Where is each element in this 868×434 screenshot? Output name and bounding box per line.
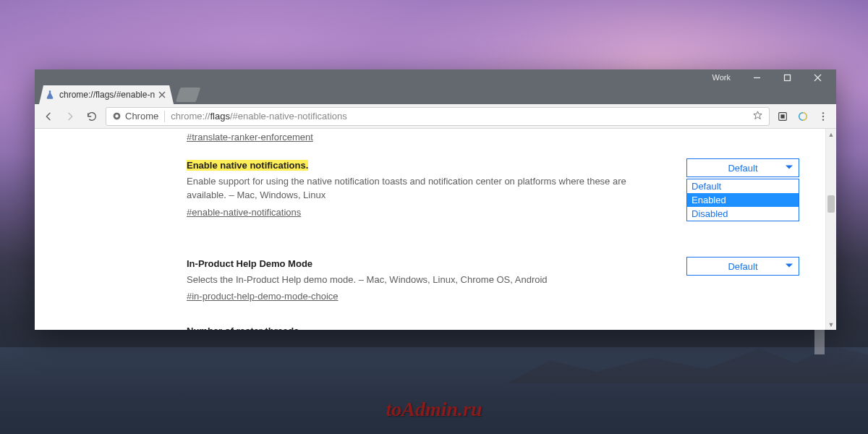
browser-toolbar: Chrome chrome://flags/#enable-native-not…	[35, 104, 836, 129]
vertical-scrollbar[interactable]: ▲ ▼	[825, 129, 836, 330]
origin-label: Chrome	[125, 111, 158, 122]
select-value: Default	[728, 261, 757, 272]
flag-dropdown-native-notifications: Default Enabled Disabled	[686, 179, 799, 221]
watermark-text: toAdmin.ru	[386, 399, 482, 420]
flag-desc-iph-demo: Selects the In-Product Help demo mode. –…	[187, 273, 666, 287]
option-enabled[interactable]: Enabled	[687, 193, 799, 207]
flag-row-raster-threads: Number of raster threads	[187, 324, 799, 331]
tab-strip: chrome://flags/#enable-n	[35, 85, 836, 104]
browser-tab[interactable]: chrome://flags/#enable-n	[39, 85, 174, 104]
browser-window: Work chrome://flags/#enable-n	[35, 69, 836, 330]
forward-button[interactable]	[62, 109, 78, 124]
window-minimize-button[interactable]	[742, 70, 771, 85]
workspace-label: Work	[712, 73, 731, 82]
address-bar[interactable]: Chrome chrome://flags/#enable-native-not…	[106, 107, 770, 126]
flag-row-translate-ranker: should be triggered in a given context. …	[187, 129, 799, 144]
tab-title: chrome://flags/#enable-n	[59, 90, 155, 100]
flask-icon	[45, 90, 55, 100]
select-value: Default	[728, 163, 757, 174]
url-text: chrome://flags/#enable-native-notificati…	[171, 111, 752, 122]
window-titlebar[interactable]: Work	[35, 69, 836, 85]
svg-rect-0	[784, 75, 790, 80]
omnibox-divider	[164, 111, 165, 122]
bookmark-star-icon[interactable]	[752, 110, 763, 123]
svg-point-7	[822, 115, 824, 116]
option-disabled[interactable]: Disabled	[687, 207, 799, 221]
reload-button[interactable]	[84, 109, 100, 124]
scroll-thumb[interactable]	[827, 195, 835, 213]
svg-point-6	[822, 112, 824, 114]
flag-title-raster-threads: Number of raster threads	[187, 326, 299, 331]
flag-title-native-notifications: Enable native notifications.	[187, 160, 308, 171]
page-content-area: should be triggered in a given context. …	[35, 129, 836, 330]
flag-row-iph-demo: In-Product Help Demo Mode Selects the In…	[187, 257, 799, 304]
flag-select-iph-demo[interactable]: Default	[686, 257, 799, 276]
svg-point-8	[822, 119, 824, 120]
flag-title-iph-demo: In-Product Help Demo Mode	[187, 258, 312, 269]
site-info-chip[interactable]: Chrome	[112, 111, 158, 122]
option-default[interactable]: Default	[687, 179, 799, 193]
back-button[interactable]	[41, 109, 56, 124]
window-maximize-button[interactable]	[773, 70, 801, 85]
browser-menu-button[interactable]	[816, 109, 830, 124]
extension-icon-1[interactable]	[775, 109, 790, 124]
flag-select-native-notifications[interactable]: Default	[686, 158, 799, 177]
chrome-icon	[112, 111, 122, 121]
flag-desc-native-notifications: Enable support for using the native noti…	[187, 174, 666, 203]
extension-icon-2[interactable]	[796, 109, 810, 124]
desktop-wallpaper: toAdmin.ru Work chrome://flags/#enable-n	[0, 0, 868, 434]
flag-anchor-translate-ranker[interactable]: #translate-ranker-enforcement	[187, 130, 313, 145]
flag-anchor-iph-demo[interactable]: #in-product-help-demo-mode-choice	[187, 289, 339, 304]
scroll-down-arrow[interactable]: ▼	[826, 319, 836, 330]
svg-point-2	[115, 114, 118, 117]
window-close-button[interactable]	[803, 70, 832, 85]
new-tab-button[interactable]	[176, 88, 200, 102]
svg-rect-4	[780, 114, 784, 118]
flag-row-native-notifications: Enable native notifications. Enable supp…	[187, 158, 799, 219]
tab-close-button[interactable]	[158, 90, 166, 99]
scroll-up-arrow[interactable]: ▲	[826, 129, 836, 140]
flags-page[interactable]: should be triggered in a given context. …	[35, 129, 825, 330]
flag-anchor-native-notifications[interactable]: #enable-native-notifications	[187, 205, 301, 220]
